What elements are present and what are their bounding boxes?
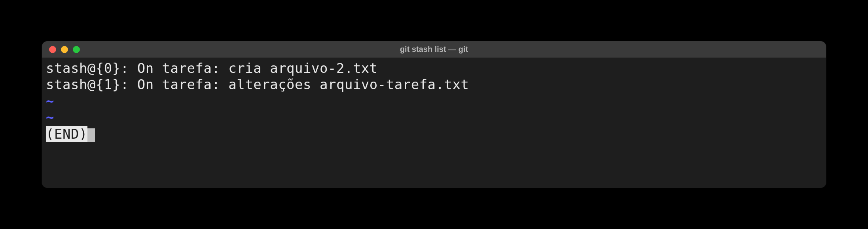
minimize-button[interactable] (61, 46, 68, 53)
pager-status-line: (END) (46, 126, 822, 142)
cursor (87, 128, 95, 142)
terminal-body[interactable]: stash@{0}: On tarefa: cria arquivo-2.txt… (42, 58, 826, 188)
end-marker: (END) (46, 126, 87, 142)
title-bar[interactable]: git stash list — git (42, 41, 826, 58)
traffic-lights (49, 46, 80, 53)
terminal-window: git stash list — git stash@{0}: On taref… (42, 41, 826, 188)
close-button[interactable] (49, 46, 56, 53)
maximize-button[interactable] (73, 46, 80, 53)
terminal-output-line: stash@{0}: On tarefa: cria arquivo-2.txt (46, 60, 822, 76)
vim-tilde-line: ~ (46, 93, 822, 109)
vim-tilde-line: ~ (46, 109, 822, 126)
terminal-output-line: stash@{1}: On tarefa: alterações arquivo… (46, 76, 822, 93)
window-title: git stash list — git (400, 45, 468, 54)
